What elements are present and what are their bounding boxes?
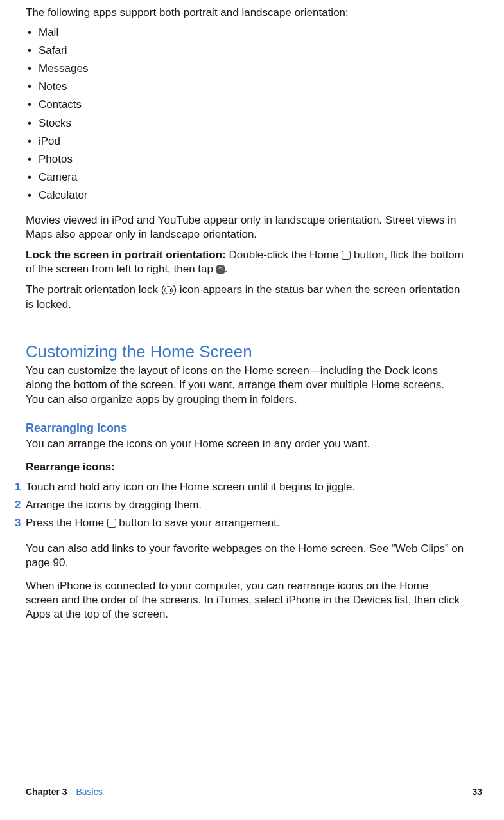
rearranging-text: You can arrange the icons on your Home s… — [26, 437, 464, 451]
lock-instruction: Lock the screen in portrait orientation:… — [26, 248, 464, 276]
page-number: 33 — [472, 787, 482, 797]
chapter-label: Chapter 3 — [26, 787, 67, 797]
bullet-icon: • — [28, 134, 39, 148]
bullet-icon: • — [28, 80, 39, 94]
steps-list: 1Touch and hold any icon on the Home scr… — [26, 478, 464, 532]
list-item: •Contacts — [26, 96, 464, 114]
apps-list: •Mail •Safari •Messages •Notes •Contacts… — [26, 24, 464, 204]
bullet-icon: • — [28, 152, 39, 166]
home-button-icon — [342, 251, 351, 260]
step-item: 1Touch and hold any icon on the Home scr… — [15, 478, 464, 496]
list-item: •Calculator — [26, 186, 464, 204]
webclips-text: You can also add links to your favorite … — [26, 542, 464, 570]
bullet-icon: • — [28, 170, 39, 184]
lock-label: Lock the screen in portrait orientation: — [26, 249, 226, 261]
bullet-icon: • — [28, 44, 39, 58]
list-item: •Stocks — [26, 114, 464, 132]
page-content: The following apps support both portrait… — [0, 0, 504, 621]
page-footer: Chapter 3 Basics 33 — [26, 787, 482, 797]
lock-rotation-icon — [216, 265, 225, 274]
customizing-text: You can customize the layout of icons on… — [26, 364, 464, 406]
bullet-icon: • — [28, 26, 39, 40]
list-item: •Camera — [26, 168, 464, 186]
bullet-icon: • — [28, 116, 39, 130]
step-item: 2Arrange the icons by dragging them. — [15, 496, 464, 514]
list-item: •Mail — [26, 24, 464, 42]
rearrange-label: Rearrange icons: — [26, 460, 464, 474]
step-number: 2 — [15, 498, 21, 512]
lock-status-icon — [164, 286, 173, 294]
section-heading-customizing: Customizing the Home Screen — [26, 341, 464, 363]
bullet-icon: • — [28, 98, 39, 112]
status-bar-note: The portrait orientation lock () icon ap… — [26, 283, 464, 311]
list-item: •iPod — [26, 132, 464, 150]
intro-text: The following apps support both portrait… — [26, 6, 464, 20]
step-number: 1 — [15, 480, 21, 494]
home-button-icon — [107, 519, 116, 528]
subsection-heading-rearranging: Rearranging Icons — [26, 421, 464, 436]
step-item: 3Press the Home button to save your arra… — [15, 514, 464, 532]
landscape-note: Movies viewed in iPod and YouTube appear… — [26, 213, 464, 242]
step-number: 3 — [15, 516, 21, 530]
itunes-text: When iPhone is connected to your compute… — [26, 579, 464, 621]
footer-left: Chapter 3 Basics — [26, 787, 103, 797]
list-item: •Photos — [26, 150, 464, 168]
bullet-icon: • — [28, 62, 39, 76]
chapter-name: Basics — [76, 787, 102, 797]
list-item: •Notes — [26, 78, 464, 96]
list-item: •Messages — [26, 60, 464, 78]
list-item: •Safari — [26, 42, 464, 60]
bullet-icon: • — [28, 188, 39, 202]
